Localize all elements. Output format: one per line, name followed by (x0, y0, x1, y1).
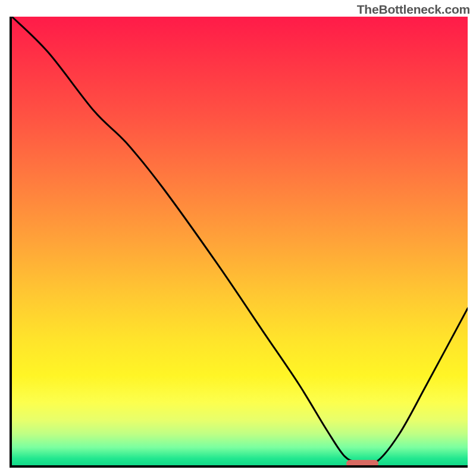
optimal-marker (346, 460, 378, 467)
line-curve (12, 17, 468, 465)
curve-path (12, 17, 468, 464)
plot-area (10, 17, 468, 468)
chart-container: TheBottleneck.com (0, 0, 476, 476)
watermark-label: TheBottleneck.com (357, 2, 470, 17)
